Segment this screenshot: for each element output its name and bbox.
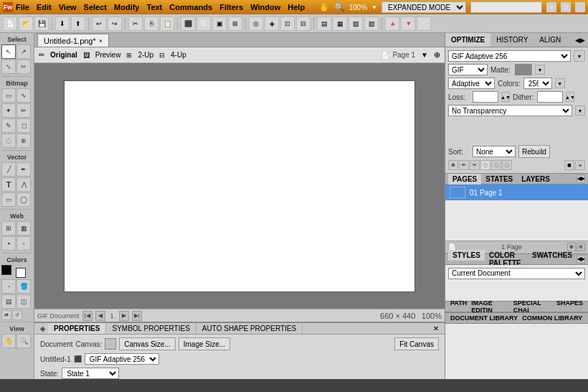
- fit-canvas-btn[interactable]: Fit Canvas: [394, 337, 439, 350]
- fill2-tool[interactable]: ◫: [16, 294, 31, 309]
- opt-icon-1[interactable]: ⊕: [448, 160, 458, 170]
- autoshape-properties-tab[interactable]: AUTO SHAPE PROPERTIES: [196, 323, 303, 334]
- opt-sort-select[interactable]: None: [473, 146, 516, 157]
- layers-tab[interactable]: LAYERS: [517, 174, 554, 185]
- menu-filters[interactable]: Filters: [219, 3, 243, 11]
- tool10-btn[interactable]: ▦: [333, 17, 347, 31]
- tool7-btn[interactable]: ⊡: [280, 17, 295, 31]
- lasso-tool[interactable]: ∿: [16, 88, 31, 103]
- menu-commands[interactable]: Commands: [169, 3, 212, 11]
- opt-dither-spin[interactable]: ▲▼: [566, 92, 574, 102]
- redo-btn[interactable]: ↪: [108, 17, 122, 31]
- fill-color-swatch[interactable]: [16, 268, 26, 278]
- save-btn[interactable]: 💾: [34, 17, 49, 31]
- tool11-btn[interactable]: ▧: [348, 17, 363, 31]
- swap-icon[interactable]: ⇄: [1, 310, 11, 320]
- swatches-tab[interactable]: SWATCHES: [528, 250, 577, 261]
- search-input[interactable]: [470, 1, 542, 13]
- marquee-tool[interactable]: ▭: [1, 88, 16, 103]
- paint-bucket-tool[interactable]: 🪣: [16, 279, 31, 294]
- common-library-tab[interactable]: COMMON LIBRARY: [520, 314, 584, 322]
- symbol-properties-tab[interactable]: SYMBOL PROPERTIES: [106, 323, 196, 334]
- opt-preset-btn[interactable]: ▼: [574, 50, 585, 62]
- blur-tool[interactable]: ◌: [1, 134, 16, 148]
- styles-current-doc[interactable]: Current Document: [448, 268, 585, 279]
- opt-icon-3[interactable]: ✂: [470, 160, 480, 170]
- prop-panel-close[interactable]: ✕: [430, 325, 442, 332]
- hotspot-tool[interactable]: ⊞: [1, 221, 16, 235]
- menu-view[interactable]: View: [59, 3, 77, 11]
- pages-del-btn[interactable]: ⊖: [577, 243, 585, 251]
- menu-edit[interactable]: Edit: [37, 3, 52, 11]
- gradient-tool[interactable]: ▤: [1, 294, 16, 309]
- undo-btn[interactable]: ↩: [92, 17, 106, 31]
- opt-palette-select[interactable]: Adaptive: [448, 78, 495, 89]
- restore-icon[interactable]: □: [561, 2, 571, 12]
- nav-first[interactable]: |◀: [82, 311, 93, 321]
- tool2-btn[interactable]: ⬜: [196, 17, 211, 31]
- original-tab[interactable]: Original: [47, 50, 80, 60]
- cut-btn[interactable]: ✂: [128, 17, 143, 31]
- ellipse-tool[interactable]: ◯: [16, 192, 31, 207]
- nav-last[interactable]: ▶|: [132, 311, 142, 321]
- nav-prev[interactable]: ◀: [95, 311, 105, 321]
- menu-window[interactable]: Window: [250, 3, 280, 11]
- magic-wand-tool[interactable]: ✦: [1, 103, 16, 118]
- nav-next[interactable]: ▶: [119, 311, 129, 321]
- tool9-btn[interactable]: ▤: [317, 17, 331, 31]
- text-tool[interactable]: T: [1, 177, 16, 192]
- preview-zoom-btn[interactable]: ▼: [421, 51, 428, 59]
- crop-tool[interactable]: ✂: [16, 60, 31, 74]
- stroke-color-swatch[interactable]: [1, 265, 11, 275]
- opt-transparency-btn[interactable]: ▼: [575, 106, 585, 116]
- opt-colors-btn[interactable]: ▼: [555, 78, 565, 88]
- fit-icon[interactable]: ⊕: [434, 50, 440, 60]
- rect-tool[interactable]: ▭: [1, 192, 16, 207]
- hand-tool[interactable]: ✋: [1, 334, 16, 348]
- scale-tool[interactable]: ⤡: [1, 60, 16, 74]
- pointer-tool[interactable]: ↖: [1, 45, 16, 59]
- brush-tool[interactable]: ✏: [16, 103, 31, 118]
- mode-selector[interactable]: EXPANDED MODE: [381, 1, 466, 13]
- tool5-btn[interactable]: ◎: [249, 17, 263, 31]
- menu-help[interactable]: Help: [288, 3, 305, 11]
- close-icon[interactable]: ×: [546, 2, 556, 12]
- special-chars-tab[interactable]: SPECIAL CHAI: [511, 299, 554, 314]
- path-tool[interactable]: ⋀: [16, 177, 31, 192]
- slice2-tool[interactable]: ▫: [16, 236, 31, 251]
- tool3-btn[interactable]: ▣: [212, 17, 227, 31]
- menu-text[interactable]: Text: [146, 3, 162, 11]
- export-btn[interactable]: ⬆: [71, 17, 85, 31]
- image-edit-tab[interactable]: IMAGE EDITIN: [469, 299, 511, 314]
- opt-loss-spin[interactable]: ▲▼: [501, 92, 510, 102]
- align-tab[interactable]: ALIGN: [534, 33, 566, 47]
- tool12-btn[interactable]: ▨: [364, 17, 379, 31]
- twoup-tab[interactable]: 2-Up: [135, 50, 156, 60]
- image-size-btn[interactable]: Image Size...: [179, 337, 230, 350]
- pages-expand-btn[interactable]: ◀▶: [577, 174, 585, 183]
- opt-colors-select[interactable]: 256: [523, 78, 552, 89]
- opt-icon-2[interactable]: ✏: [459, 160, 469, 170]
- tool15-btn[interactable]: ◽: [417, 17, 431, 31]
- prop-expand-icon[interactable]: ◆: [37, 325, 48, 332]
- menu-modify[interactable]: Modify: [114, 3, 139, 11]
- format-selector[interactable]: GIF Adaptive 256: [85, 353, 159, 365]
- copy-btn[interactable]: ⎘: [144, 17, 158, 31]
- opt-panel-expand[interactable]: ◀▶: [572, 37, 588, 44]
- shapes-tab[interactable]: SHAPES: [554, 299, 585, 314]
- opt-rebuild-btn[interactable]: Rebuild: [518, 145, 550, 158]
- tool4-btn[interactable]: ⊞: [228, 17, 242, 31]
- line-tool[interactable]: ╱: [1, 162, 16, 177]
- opt-icon-8[interactable]: ≡: [575, 160, 585, 170]
- menu-file[interactable]: File: [16, 3, 29, 11]
- path-tab[interactable]: PATH: [448, 299, 469, 314]
- tool1-btn[interactable]: ⬛: [181, 17, 195, 31]
- fourup-tab[interactable]: 4-Up: [168, 50, 189, 60]
- state-selector[interactable]: State 1: [62, 368, 119, 379]
- hotspot2-tool[interactable]: ▪: [1, 236, 16, 251]
- pen-tool[interactable]: ✒: [16, 162, 31, 177]
- opt-icon-7[interactable]: ◼: [564, 160, 574, 170]
- tool6-btn[interactable]: ◈: [265, 17, 279, 31]
- opt-matte-input[interactable]: [515, 64, 532, 75]
- eyedropper-tool[interactable]: 💉: [1, 279, 16, 294]
